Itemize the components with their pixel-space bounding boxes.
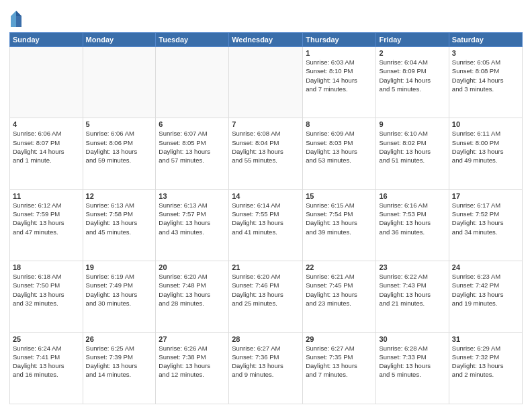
- day-number: 3: [452, 49, 519, 57]
- cell-text: Sunrise: 6:17 AMSunset: 7:52 PMDaylight:…: [452, 201, 519, 236]
- cell-text: Sunrise: 6:23 AMSunset: 7:42 PMDaylight:…: [452, 272, 519, 308]
- cell-text: Sunrise: 6:10 AMSunset: 8:02 PMDaylight:…: [379, 129, 445, 165]
- calendar-cell: 23Sunrise: 6:22 AMSunset: 7:43 PMDayligh…: [376, 261, 449, 332]
- cell-text: Sunrise: 6:06 AMSunset: 8:06 PMDaylight:…: [86, 129, 153, 165]
- cell-text: Sunrise: 6:26 AMSunset: 7:38 PMDaylight:…: [159, 344, 226, 379]
- day-number: 28: [232, 335, 300, 343]
- day-number: 9: [379, 120, 445, 128]
- logo-icon: [9, 9, 23, 28]
- calendar-cell: [156, 47, 229, 118]
- calendar-cell: 24Sunrise: 6:23 AMSunset: 7:42 PMDayligh…: [449, 261, 522, 332]
- calendar-cell: 16Sunrise: 6:16 AMSunset: 7:53 PMDayligh…: [376, 189, 449, 261]
- cell-text: Sunrise: 6:04 AMSunset: 8:09 PMDaylight:…: [379, 58, 445, 93]
- calendar: SundayMondayTuesdayWednesdayThursdayFrid…: [9, 32, 523, 404]
- calendar-cell: 29Sunrise: 6:27 AMSunset: 7:35 PMDayligh…: [303, 332, 376, 404]
- logo: [9, 9, 26, 28]
- day-number: 30: [379, 335, 445, 343]
- calendar-cell: 20Sunrise: 6:20 AMSunset: 7:48 PMDayligh…: [156, 261, 229, 332]
- day-number: 6: [159, 120, 226, 128]
- calendar-week-row: 1Sunrise: 6:03 AMSunset: 8:10 PMDaylight…: [10, 47, 523, 118]
- calendar-cell: 4Sunrise: 6:06 AMSunset: 8:07 PMDaylight…: [10, 118, 83, 189]
- day-number: 12: [86, 192, 153, 200]
- calendar-cell: [10, 47, 83, 118]
- day-number: 5: [86, 120, 153, 128]
- calendar-cell: 6Sunrise: 6:07 AMSunset: 8:05 PMDaylight…: [156, 118, 229, 189]
- calendar-cell: 27Sunrise: 6:26 AMSunset: 7:38 PMDayligh…: [156, 332, 229, 404]
- calendar-week-row: 18Sunrise: 6:18 AMSunset: 7:50 PMDayligh…: [10, 261, 523, 332]
- calendar-cell: 19Sunrise: 6:19 AMSunset: 7:49 PMDayligh…: [83, 261, 156, 332]
- day-number: 2: [379, 49, 445, 57]
- day-number: 23: [379, 263, 445, 271]
- calendar-cell: 7Sunrise: 6:08 AMSunset: 8:04 PMDaylight…: [229, 118, 303, 189]
- cell-text: Sunrise: 6:08 AMSunset: 8:04 PMDaylight:…: [232, 129, 300, 165]
- calendar-cell: 30Sunrise: 6:28 AMSunset: 7:33 PMDayligh…: [376, 332, 449, 404]
- day-number: 19: [86, 263, 153, 271]
- day-number: 17: [452, 192, 519, 200]
- calendar-cell: 18Sunrise: 6:18 AMSunset: 7:50 PMDayligh…: [10, 261, 83, 332]
- calendar-cell: [83, 47, 156, 118]
- svg-marker-2: [16, 11, 21, 16]
- page: SundayMondayTuesdayWednesdayThursdayFrid…: [0, 0, 532, 411]
- day-number: 14: [232, 192, 300, 200]
- cell-text: Sunrise: 6:13 AMSunset: 7:57 PMDaylight:…: [159, 201, 226, 236]
- cell-text: Sunrise: 6:20 AMSunset: 7:46 PMDaylight:…: [232, 272, 300, 308]
- cell-text: Sunrise: 6:12 AMSunset: 7:59 PMDaylight:…: [13, 201, 80, 236]
- day-number: 1: [306, 49, 373, 57]
- day-number: 18: [13, 263, 80, 271]
- day-number: 13: [159, 192, 226, 200]
- calendar-cell: 22Sunrise: 6:21 AMSunset: 7:45 PMDayligh…: [303, 261, 376, 332]
- day-number: 26: [86, 335, 153, 343]
- cell-text: Sunrise: 6:22 AMSunset: 7:43 PMDaylight:…: [379, 272, 445, 308]
- cell-text: Sunrise: 6:28 AMSunset: 7:33 PMDaylight:…: [379, 344, 445, 379]
- cell-text: Sunrise: 6:20 AMSunset: 7:48 PMDaylight:…: [159, 272, 226, 308]
- calendar-cell: 12Sunrise: 6:13 AMSunset: 7:58 PMDayligh…: [83, 189, 156, 261]
- cell-text: Sunrise: 6:21 AMSunset: 7:45 PMDaylight:…: [306, 272, 373, 308]
- calendar-cell: [229, 47, 303, 118]
- day-number: 31: [452, 335, 519, 343]
- calendar-cell: 31Sunrise: 6:29 AMSunset: 7:32 PMDayligh…: [449, 332, 522, 404]
- calendar-cell: 1Sunrise: 6:03 AMSunset: 8:10 PMDaylight…: [303, 47, 376, 118]
- header: [9, 7, 523, 28]
- day-number: 11: [13, 192, 80, 200]
- day-number: 21: [232, 263, 300, 271]
- cell-text: Sunrise: 6:18 AMSunset: 7:50 PMDaylight:…: [13, 272, 80, 308]
- cell-text: Sunrise: 6:05 AMSunset: 8:08 PMDaylight:…: [452, 58, 519, 93]
- calendar-cell: 17Sunrise: 6:17 AMSunset: 7:52 PMDayligh…: [449, 189, 522, 261]
- svg-marker-1: [11, 11, 16, 27]
- cell-text: Sunrise: 6:19 AMSunset: 7:49 PMDaylight:…: [86, 272, 153, 308]
- calendar-cell: 26Sunrise: 6:25 AMSunset: 7:39 PMDayligh…: [83, 332, 156, 404]
- weekday-header: Wednesday: [229, 33, 303, 47]
- weekday-header: Friday: [376, 33, 449, 47]
- calendar-week-row: 11Sunrise: 6:12 AMSunset: 7:59 PMDayligh…: [10, 189, 523, 261]
- calendar-cell: 28Sunrise: 6:27 AMSunset: 7:36 PMDayligh…: [229, 332, 303, 404]
- calendar-cell: 2Sunrise: 6:04 AMSunset: 8:09 PMDaylight…: [376, 47, 449, 118]
- calendar-cell: 11Sunrise: 6:12 AMSunset: 7:59 PMDayligh…: [10, 189, 83, 261]
- cell-text: Sunrise: 6:27 AMSunset: 7:35 PMDaylight:…: [306, 344, 373, 379]
- calendar-cell: 5Sunrise: 6:06 AMSunset: 8:06 PMDaylight…: [83, 118, 156, 189]
- calendar-cell: 9Sunrise: 6:10 AMSunset: 8:02 PMDaylight…: [376, 118, 449, 189]
- weekday-header: Sunday: [10, 33, 83, 47]
- cell-text: Sunrise: 6:27 AMSunset: 7:36 PMDaylight:…: [232, 344, 300, 379]
- calendar-cell: 10Sunrise: 6:11 AMSunset: 8:00 PMDayligh…: [449, 118, 522, 189]
- cell-text: Sunrise: 6:09 AMSunset: 8:03 PMDaylight:…: [306, 129, 373, 165]
- cell-text: Sunrise: 6:14 AMSunset: 7:55 PMDaylight:…: [232, 201, 300, 236]
- day-number: 29: [306, 335, 373, 343]
- weekday-header: Saturday: [449, 33, 522, 47]
- calendar-cell: 3Sunrise: 6:05 AMSunset: 8:08 PMDaylight…: [449, 47, 522, 118]
- day-number: 25: [13, 335, 80, 343]
- calendar-cell: 8Sunrise: 6:09 AMSunset: 8:03 PMDaylight…: [303, 118, 376, 189]
- calendar-week-row: 4Sunrise: 6:06 AMSunset: 8:07 PMDaylight…: [10, 118, 523, 189]
- day-number: 27: [159, 335, 226, 343]
- cell-text: Sunrise: 6:03 AMSunset: 8:10 PMDaylight:…: [306, 58, 373, 93]
- cell-text: Sunrise: 6:25 AMSunset: 7:39 PMDaylight:…: [86, 344, 153, 379]
- day-number: 15: [306, 192, 373, 200]
- cell-text: Sunrise: 6:06 AMSunset: 8:07 PMDaylight:…: [13, 129, 80, 165]
- calendar-cell: 21Sunrise: 6:20 AMSunset: 7:46 PMDayligh…: [229, 261, 303, 332]
- weekday-header: Tuesday: [156, 33, 229, 47]
- cell-text: Sunrise: 6:13 AMSunset: 7:58 PMDaylight:…: [86, 201, 153, 236]
- weekday-header: Monday: [83, 33, 156, 47]
- cell-text: Sunrise: 6:16 AMSunset: 7:53 PMDaylight:…: [379, 201, 445, 236]
- day-number: 22: [306, 263, 373, 271]
- cell-text: Sunrise: 6:07 AMSunset: 8:05 PMDaylight:…: [159, 129, 226, 165]
- cell-text: Sunrise: 6:15 AMSunset: 7:54 PMDaylight:…: [306, 201, 373, 236]
